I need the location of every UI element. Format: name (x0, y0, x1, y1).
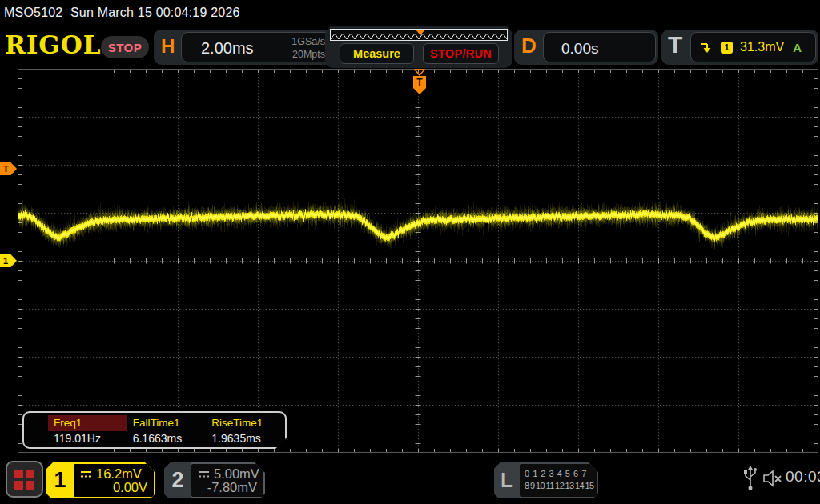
menu-grid-icon (14, 481, 23, 490)
logic-row-1: 0 1 2 3 4 5 6 7 (525, 468, 597, 480)
sample-rate-block: 1GSa/s 20Mpts (291, 35, 325, 61)
measurement-overlay: Freq1 119.01Hz FallTime1 6.1663ms RiseTi… (22, 411, 287, 449)
overview-position-marker[interactable] (416, 30, 425, 35)
measurement-label: Freq1 (48, 415, 127, 431)
channel-2-badge[interactable]: 2 5.00mV -7.80mV (164, 462, 265, 498)
usb-icon (743, 466, 758, 491)
speaker-muted-icon (762, 468, 783, 489)
measurement-value: 6.1663ms (127, 431, 207, 446)
menu-grid-icon (26, 481, 34, 490)
measurement-freq[interactable]: Freq1 119.01Hz (48, 415, 127, 445)
header-bar: RIGOL STOP H 2.00ms 1GSa/s 20Mpts Measur… (0, 26, 820, 68)
acquisition-status-badge: STOP (101, 36, 149, 58)
measurement-value: 1.9635ms (206, 431, 285, 446)
measurement-label: RiseTime1 (206, 415, 285, 431)
footer-bar: 1 16.2mV 0.00V 2 (0, 454, 820, 504)
dc-coupling-icon (80, 470, 92, 478)
logic-label: L (494, 462, 520, 498)
channel-2-offset: -7.80mV (207, 480, 257, 495)
menu-button[interactable] (6, 461, 43, 498)
menu-grid-icon (14, 470, 23, 478)
channel-1-ground-marker[interactable]: 1 (0, 254, 17, 267)
measurement-risetime[interactable]: RiseTime1 1.9635ms (206, 415, 285, 445)
trigger-position-hollow-triangle-icon (414, 69, 425, 76)
horizontal-panel[interactable]: H 2.00ms 1GSa/s 20Mpts (154, 30, 335, 65)
measurement-falltime[interactable]: FallTime1 6.1663ms (127, 415, 207, 445)
trigger-panel[interactable]: T 1 31.3mV A (661, 30, 818, 65)
plot-canvas (18, 69, 818, 453)
datetime-text: Sun March 15 00:04:19 2026 (70, 6, 240, 20)
delay-inner: 0.00s (543, 32, 656, 62)
channel-1-offset: 0.00V (113, 480, 147, 495)
trigger-level-marker[interactable]: T (0, 162, 17, 175)
trigger-label: T (668, 31, 682, 58)
measurement-value: 119.01Hz (48, 431, 127, 446)
channel-1-badge[interactable]: 1 16.2mV 0.00V (46, 462, 155, 498)
trigger-source-badge: 1 (721, 42, 733, 54)
dc-coupling-icon (198, 470, 210, 478)
delay-label: D (521, 34, 537, 58)
trigger-sweep-mode: A (793, 41, 802, 54)
channel-1-number: 1 (46, 462, 74, 498)
channel-2-number: 2 (164, 462, 191, 498)
logic-row-2: 8 9 10 11 12 13 14 15 (525, 480, 597, 492)
horizontal-inner: 2.00ms 1GSa/s 20Mpts (181, 32, 332, 62)
logic-channels-panel[interactable]: L 0 1 2 3 4 5 6 7 8 9 10 11 12 13 14 15 (494, 462, 598, 498)
trigger-position-badge: T (413, 76, 426, 94)
stop-run-button[interactable]: STOP/RUN (423, 43, 499, 64)
trigger-level-value: 31.3mV (740, 40, 784, 54)
model-name: MSO5102 (4, 6, 62, 20)
measure-button[interactable]: Measure (340, 43, 414, 64)
sample-rate: 1GSa/s (291, 35, 325, 48)
title-bar: MSO5102 Sun March 15 00:04:19 2026 (0, 0, 820, 26)
delay-value: 0.00s (561, 40, 598, 58)
memory-depth: 20Mpts (291, 48, 325, 61)
delay-panel[interactable]: D 0.00s (514, 30, 658, 65)
trigger-inner: 1 31.3mV A (690, 32, 816, 62)
measurement-label: FallTime1 (127, 415, 207, 431)
timebase-value: 2.00ms (201, 39, 254, 58)
menu-grid-icon (26, 470, 34, 478)
horizontal-label: H (161, 35, 175, 58)
rigol-logo: RIGOL (5, 30, 102, 59)
uptime-clock: 00:03 (786, 468, 820, 486)
trigger-position-marker[interactable]: T (412, 69, 427, 96)
oscilloscope-screen: MSO5102 Sun March 15 00:04:19 2026 RIGOL… (0, 0, 820, 504)
falling-edge-icon (701, 42, 713, 54)
